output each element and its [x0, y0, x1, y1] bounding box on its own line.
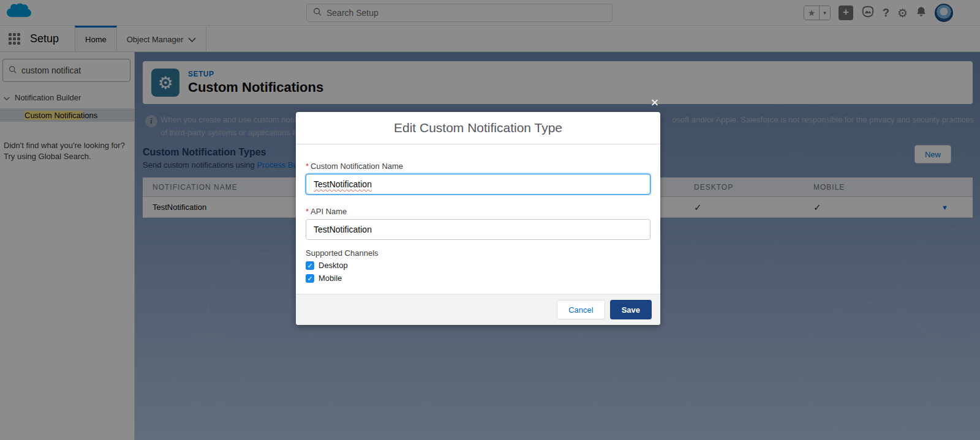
api-name-input[interactable] — [306, 219, 650, 240]
desktop-checkbox[interactable]: ✓ — [306, 261, 314, 270]
modal-title: Edit Custom Notification Type — [394, 121, 562, 135]
save-button[interactable]: Save — [610, 300, 652, 319]
modal-body: *Custom Notification Name TestNotificati… — [296, 144, 660, 294]
modal-header: Edit Custom Notification Type — [296, 112, 660, 144]
field-label-text: API Name — [311, 207, 347, 216]
modal-footer: Cancel Save — [296, 294, 660, 325]
required-asterisk: * — [306, 207, 309, 216]
field-label: *Custom Notification Name — [306, 162, 650, 171]
salesforce-setup-screen: ★ ▾ + ? ⚙ Setup Home Object Manager — [0, 0, 980, 440]
supported-channels-group: Supported Channels ✓ Desktop ✓ Mobile — [306, 248, 650, 283]
supported-channels-label: Supported Channels — [306, 248, 650, 258]
required-asterisk: * — [306, 162, 309, 171]
field-label-text: Custom Notification Name — [311, 162, 403, 171]
custom-notification-name-input[interactable]: TestNotification — [306, 174, 650, 195]
mobile-checkbox-row[interactable]: ✓ Mobile — [306, 273, 650, 283]
desktop-checkbox-row[interactable]: ✓ Desktop — [306, 260, 650, 270]
close-icon[interactable]: × — [647, 95, 663, 111]
desktop-checkbox-label: Desktop — [318, 261, 348, 270]
mobile-checkbox[interactable]: ✓ — [306, 274, 314, 283]
cancel-button[interactable]: Cancel — [557, 300, 605, 319]
api-name-field: *API Name — [306, 207, 650, 240]
input-value: TestNotification — [314, 179, 372, 189]
mobile-checkbox-label: Mobile — [318, 274, 342, 283]
edit-custom-notification-modal: Edit Custom Notification Type *Custom No… — [296, 112, 660, 325]
field-label: *API Name — [306, 207, 650, 216]
custom-notification-name-field: *Custom Notification Name TestNotificati… — [306, 162, 650, 195]
